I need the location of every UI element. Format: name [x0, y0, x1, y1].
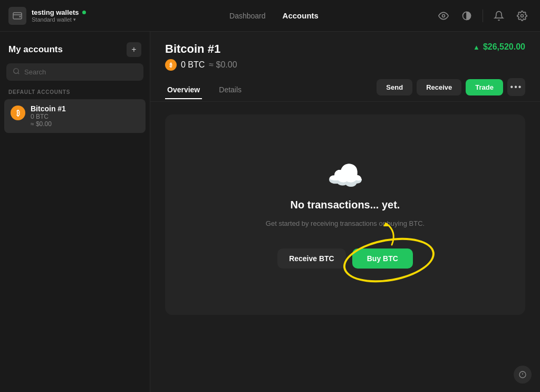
- svg-point-5: [14, 69, 18, 73]
- more-options-button[interactable]: •••: [507, 78, 525, 96]
- svg-line-6: [18, 73, 20, 74]
- svg-rect-0: [13, 13, 22, 19]
- search-box: [6, 63, 143, 81]
- crypto-amount: 0 BTC: [181, 60, 205, 70]
- bell-icon-button[interactable]: [489, 6, 508, 25]
- btc-icon-sm: ₿: [165, 59, 177, 71]
- chevron-down-icon: ▾: [73, 17, 76, 22]
- account-header: Bitcoin #1 ₿ 0 BTC ≈ $0.00 ▲ $26,520.00: [150, 32, 540, 71]
- price-value: $26,520.00: [483, 42, 525, 52]
- account-details: Bitcoin #1 0 BTC ≈ $0.00: [31, 104, 66, 128]
- no-transactions-subtitle: Get started by receiving transactions or…: [266, 219, 425, 227]
- account-crypto: ₿ 0 BTC ≈ $0.00: [165, 59, 237, 71]
- add-account-button[interactable]: +: [127, 42, 141, 57]
- eye-icon-button[interactable]: [434, 6, 453, 25]
- account-balance: 0 BTC: [31, 113, 66, 120]
- sidebar-header: My accounts +: [0, 32, 150, 63]
- top-nav: testing wallets Standard wallet ▾ Dashbo…: [0, 0, 540, 32]
- trade-button[interactable]: Trade: [466, 79, 503, 95]
- contrast-icon-button[interactable]: [457, 6, 476, 25]
- content-area: ☁️ No transactions... yet. Get started b…: [150, 102, 540, 392]
- search-icon: [13, 68, 20, 77]
- send-button[interactable]: Send: [377, 79, 412, 95]
- nav-center: Dashboard Accounts: [114, 11, 434, 20]
- app-body: My accounts + DEFAULT ACCOUNTS ₿ Bitcoin…: [0, 32, 540, 392]
- account-usd: ≈ $0.00: [31, 120, 66, 128]
- account-title: Bitcoin #1: [165, 42, 237, 56]
- buy-btc-button[interactable]: Buy BTC: [352, 248, 413, 269]
- wallet-text: testing wallets Standard wallet ▾: [32, 8, 86, 23]
- settings-icon-button[interactable]: [513, 6, 532, 25]
- nav-accounts[interactable]: Accounts: [283, 11, 319, 20]
- status-dot: [82, 11, 86, 14]
- receive-btc-button[interactable]: Receive BTC: [277, 248, 346, 269]
- crypto-usd: ≈ $0.00: [209, 60, 237, 70]
- wallet-info: testing wallets Standard wallet ▾: [8, 7, 114, 25]
- btc-icon: ₿: [11, 106, 25, 120]
- svg-point-1: [20, 16, 21, 17]
- price-trend-icon: ▲: [473, 43, 480, 51]
- svg-point-2: [442, 14, 445, 17]
- wallet-type-label: Standard wallet: [32, 16, 72, 23]
- receive-button[interactable]: Receive: [417, 79, 461, 95]
- search-input[interactable]: [24, 68, 137, 76]
- sidebar: My accounts + DEFAULT ACCOUNTS ₿ Bitcoin…: [0, 32, 150, 392]
- account-price-section: ▲ $26,520.00: [473, 42, 525, 52]
- search-wrapper: [0, 63, 150, 87]
- account-name: Bitcoin #1: [31, 104, 66, 113]
- tab-overview[interactable]: Overview: [165, 81, 202, 99]
- account-item[interactable]: ₿ Bitcoin #1 0 BTC ≈ $0.00: [4, 99, 146, 133]
- empty-actions: Receive BTC Buy BTC: [277, 248, 413, 269]
- tab-details[interactable]: Details: [217, 81, 244, 99]
- nav-icons: [434, 6, 532, 25]
- section-label: DEFAULT ACCOUNTS: [0, 87, 150, 99]
- wallet-avatar: [8, 7, 26, 25]
- wallet-name: testing wallets: [32, 8, 79, 16]
- cloud-illustration: ☁️: [327, 161, 364, 190]
- no-transactions-title: No transactions... yet.: [291, 199, 400, 211]
- tabs: Overview Details: [165, 81, 244, 99]
- tabs-row: Overview Details Send Receive Trade •••: [150, 71, 540, 102]
- hint-button[interactable]: [514, 366, 532, 384]
- sidebar-title: My accounts: [8, 44, 63, 55]
- svg-point-4: [521, 14, 524, 17]
- account-title-section: Bitcoin #1 ₿ 0 BTC ≈ $0.00: [165, 42, 237, 71]
- empty-state-card: ☁️ No transactions... yet. Get started b…: [165, 114, 525, 315]
- wallet-type-row[interactable]: Standard wallet ▾: [32, 16, 86, 23]
- action-buttons: Send Receive Trade •••: [377, 78, 525, 101]
- main-content: Bitcoin #1 ₿ 0 BTC ≈ $0.00 ▲ $26,520.00 …: [150, 32, 540, 392]
- nav-dashboard[interactable]: Dashboard: [229, 12, 266, 20]
- nav-divider: [483, 9, 483, 22]
